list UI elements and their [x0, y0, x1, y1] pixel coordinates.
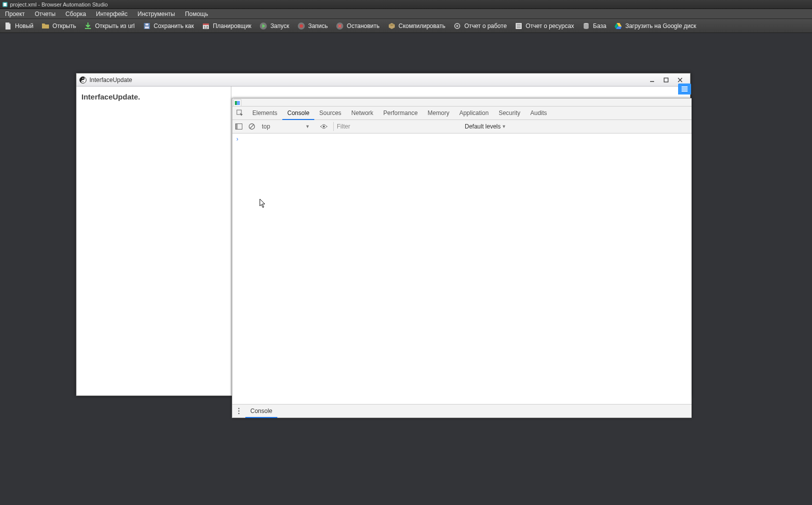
- tb-scheduler[interactable]: 12 Планировщик: [198, 19, 255, 32]
- tab-security[interactable]: Security: [494, 106, 525, 120]
- save-icon: [143, 22, 151, 30]
- maximize-button[interactable]: [659, 75, 673, 85]
- tb-res-report[interactable]: Отчет о ресурсах: [511, 19, 578, 32]
- svg-point-19: [82, 81, 83, 82]
- yinyang-icon: [79, 76, 86, 84]
- inner-titlebar[interactable]: InterfaceUpdate: [76, 74, 690, 86]
- calendar-icon: 12: [202, 22, 210, 30]
- svg-rect-5: [145, 24, 148, 26]
- toolbar: Новый Открыть Открыть из url Сохранить к…: [0, 19, 812, 33]
- minimize-button[interactable]: [645, 75, 659, 85]
- file-icon: [4, 22, 12, 30]
- svg-point-29: [238, 410, 240, 412]
- app-title: project.xml - Browser Automation Studio: [10, 2, 108, 8]
- package-icon: [388, 22, 396, 30]
- devtools-tabs: Elements Console Sources Network Perform…: [232, 106, 692, 120]
- gear-icon: [453, 22, 461, 30]
- svg-point-28: [238, 408, 240, 410]
- console-prompt: ›: [236, 136, 238, 142]
- context-selector[interactable]: top ▼: [258, 122, 313, 132]
- menu-interface[interactable]: Интерфейс: [91, 9, 132, 18]
- filter-input[interactable]: [337, 123, 462, 130]
- context-selector-value: top: [262, 123, 270, 130]
- tab-console[interactable]: Console: [282, 107, 314, 120]
- interface-update-heading: InterfaceUpdate.: [76, 86, 231, 104]
- live-expression-icon[interactable]: [317, 120, 330, 133]
- inner-window-title: InterfaceUpdate: [89, 76, 132, 84]
- console-toolbar: top ▼ Default levels ▼: [232, 120, 692, 134]
- svg-point-11: [299, 24, 303, 28]
- tb-compile[interactable]: Скомпилировать: [384, 19, 450, 32]
- left-panel-content: [76, 104, 231, 396]
- workspace: InterfaceUpdate InterfaceUpdate.: [0, 33, 812, 505]
- clear-console-icon[interactable]: [245, 120, 258, 133]
- menubar: Проект Отчеты Сборка Интерфейс Инструмен…: [0, 9, 812, 19]
- tb-work-report[interactable]: Отчет о работе: [449, 19, 511, 32]
- svg-point-27: [323, 126, 325, 128]
- menu-help[interactable]: Помощь: [180, 9, 213, 18]
- devtools-dock-tab[interactable]: [233, 99, 241, 106]
- svg-rect-1: [3, 3, 6, 6]
- tb-gdrive[interactable]: Загрузить на Google диск: [610, 19, 700, 32]
- svg-point-14: [456, 25, 458, 27]
- tb-record[interactable]: Запись: [293, 19, 332, 32]
- separator: [333, 122, 334, 131]
- menu-project[interactable]: Проект: [0, 9, 30, 18]
- tb-run[interactable]: Запуск: [255, 19, 293, 32]
- svg-rect-22: [235, 101, 237, 105]
- tab-network[interactable]: Network: [346, 106, 378, 120]
- tb-open[interactable]: Открыть: [37, 19, 80, 32]
- gdrive-icon: [614, 22, 622, 30]
- svg-rect-25: [236, 124, 238, 130]
- console-body[interactable]: ›: [232, 134, 692, 404]
- console-sidebar-toggle-icon[interactable]: [232, 120, 245, 133]
- menu-build[interactable]: Сборка: [60, 9, 91, 18]
- tab-performance[interactable]: Performance: [378, 106, 423, 120]
- svg-text:12: 12: [203, 25, 208, 30]
- tb-stop[interactable]: Остановить: [332, 19, 384, 32]
- play-icon: [259, 22, 267, 30]
- log-levels-selector[interactable]: Default levels ▼: [465, 123, 506, 130]
- tab-audits[interactable]: Audits: [525, 106, 552, 120]
- database-icon: [582, 22, 590, 30]
- hamburger-button[interactable]: [678, 84, 691, 94]
- svg-rect-2: [85, 28, 91, 29]
- svg-rect-4: [145, 26, 149, 28]
- devtools-window: Elements Console Sources Network Perform…: [232, 98, 692, 418]
- tb-new[interactable]: Новый: [0, 19, 37, 32]
- left-panel: InterfaceUpdate.: [76, 86, 231, 396]
- drawer-menu-icon[interactable]: [232, 404, 245, 418]
- menu-reports[interactable]: Отчеты: [30, 9, 60, 18]
- tab-elements[interactable]: Elements: [247, 106, 282, 120]
- tab-sources[interactable]: Sources: [314, 106, 346, 120]
- tb-save-as[interactable]: Сохранить как: [139, 19, 198, 32]
- tb-database[interactable]: База: [578, 19, 611, 32]
- menu-tools[interactable]: Инструменты: [132, 9, 180, 18]
- devtools-window-tabstrip: [232, 98, 692, 106]
- svg-rect-20: [664, 78, 668, 82]
- record-icon: [297, 22, 305, 30]
- tab-application[interactable]: Application: [454, 106, 494, 120]
- tb-open-url[interactable]: Открыть из url: [80, 19, 138, 32]
- app-icon: [2, 2, 8, 8]
- chevron-down-icon: ▼: [305, 124, 310, 129]
- download-icon: [84, 22, 92, 30]
- folder-icon: [41, 22, 49, 30]
- tab-memory[interactable]: Memory: [423, 106, 454, 120]
- inspect-icon[interactable]: [232, 106, 247, 120]
- drawer-tab-console[interactable]: Console: [245, 405, 277, 418]
- stop-icon: [336, 22, 344, 30]
- svg-point-18: [82, 78, 83, 78]
- svg-point-30: [238, 413, 240, 414]
- chevron-down-icon: ▼: [502, 124, 506, 129]
- devtools-drawer: Console: [232, 404, 692, 418]
- list-icon: [515, 22, 523, 30]
- app-titlebar: project.xml - Browser Automation Studio: [0, 0, 812, 9]
